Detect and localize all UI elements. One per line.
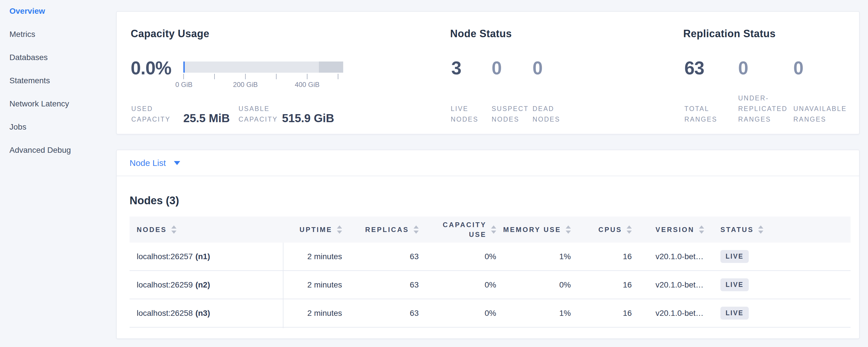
cluster-summary-card: Capacity Usage 0.0% 0 GiB 200 GiB 400 Gi… (116, 11, 860, 134)
dead-nodes-count: 0 (532, 58, 542, 79)
axis-tick (183, 74, 184, 79)
status-badge: LIVE (720, 307, 749, 319)
sort-icon (337, 225, 342, 234)
sort-icon (627, 225, 632, 234)
node-address: localhost:26258 (137, 309, 193, 318)
uptime-cell: 2 minutes (283, 309, 342, 318)
column-header-label: NODES (137, 225, 167, 234)
sidebar-item-databases[interactable]: Databases (9, 53, 113, 62)
column-header-cpus[interactable]: CPUS (571, 217, 632, 243)
cpus-cell: 16 (571, 309, 632, 318)
column-header-label: VERSION (655, 225, 694, 234)
memory-use-cell: 1% (496, 252, 571, 261)
memory-use-cell: 0% (496, 280, 571, 289)
sidebar-item-metrics[interactable]: Metrics (9, 30, 113, 39)
node-list-view-selector-label: Node List (129, 158, 166, 168)
column-header-version[interactable]: VERSION (632, 217, 720, 243)
table-row-node-1[interactable]: localhost:26257 (n1) 2 minutes 63 0% 1% … (129, 243, 850, 271)
sidebar-item-advanced-debug[interactable]: Advanced Debug (9, 146, 113, 155)
node-id: (n3) (195, 309, 210, 318)
unavailable-ranges-count: 0 (793, 58, 803, 79)
table-row-node-3[interactable]: localhost:26258 (n3) 2 minutes 63 0% 1% … (129, 299, 850, 327)
node-address: localhost:26259 (137, 280, 193, 289)
usable-capacity-label: USABLE CAPACITY (239, 103, 286, 125)
admin-ui-overview-page: Overview Metrics Databases Statements Ne… (0, 0, 868, 347)
capacity-use-cell: 0% (419, 252, 496, 261)
used-capacity-label: USED CAPACITY (131, 103, 179, 125)
version-cell: v20.1.0-bet… (632, 280, 720, 289)
sort-icon (413, 225, 419, 234)
axis-tick-label: 200 GiB (233, 81, 258, 89)
axis-tick (307, 74, 307, 79)
column-header-replicas[interactable]: REPLICAS (342, 217, 419, 243)
sidebar-item-jobs[interactable]: Jobs (9, 123, 113, 131)
status-badge: LIVE (720, 278, 749, 291)
nodes-column-divider (283, 243, 283, 328)
column-header-status[interactable]: STATUS (720, 217, 850, 243)
column-header-label: CPUS (598, 225, 622, 234)
column-header-label: CAPACITY USE (438, 220, 487, 240)
nodes-table: NODES UPTIME REPLICAS CAPACITY USE MEMOR… (129, 217, 850, 327)
nodes-count-heading: Nodes (3) (129, 194, 179, 207)
memory-use-cell: 1% (496, 309, 571, 318)
live-nodes-count: 3 (451, 58, 461, 79)
column-header-nodes[interactable]: NODES (129, 217, 283, 243)
node-list-view-selector[interactable]: Node List (117, 150, 859, 176)
suspect-nodes-count: 0 (492, 58, 502, 79)
dead-nodes-label: DEAD NODES (532, 103, 565, 125)
sidebar-item-overview[interactable]: Overview (9, 7, 113, 15)
replicas-cell: 63 (342, 252, 419, 261)
node-address-cell[interactable]: localhost:26258 (n3) (129, 309, 283, 318)
sidebar-item-network-latency[interactable]: Network Latency (9, 99, 113, 108)
cpus-cell: 16 (571, 252, 632, 261)
sidebar-nav: Overview Metrics Databases Statements Ne… (9, 7, 113, 169)
live-nodes-label: LIVE NODES (451, 103, 484, 125)
column-header-uptime[interactable]: UPTIME (283, 217, 342, 243)
table-row-node-2[interactable]: localhost:26259 (n2) 2 minutes 63 0% 0% … (129, 271, 850, 299)
nodes-table-header: NODES UPTIME REPLICAS CAPACITY USE MEMOR… (129, 217, 850, 243)
column-header-label: UPTIME (300, 225, 332, 234)
version-cell: v20.1.0-bet… (632, 309, 720, 318)
node-status-title: Node Status (450, 28, 512, 40)
axis-tick (338, 74, 338, 79)
axis-tick-label: 0 GiB (175, 81, 192, 89)
capacity-bar-track (183, 62, 343, 73)
status-cell: LIVE (720, 278, 850, 291)
node-address-cell[interactable]: localhost:26257 (n1) (129, 252, 283, 261)
capacity-bar-used-segment (183, 62, 185, 73)
axis-tick (214, 74, 215, 79)
cpus-cell: 16 (571, 280, 632, 289)
sort-icon (491, 225, 496, 234)
capacity-bar-remainder-segment (319, 62, 343, 73)
sort-icon (758, 225, 763, 234)
under-replicated-ranges-label: UNDER-REPLICATED RANGES (738, 93, 799, 125)
axis-tick-label: 400 GiB (295, 81, 320, 89)
sidebar-item-statements[interactable]: Statements (9, 76, 113, 85)
status-badge: LIVE (720, 250, 749, 263)
node-list-card: Node List Nodes (3) NODES UPTIME REPLICA… (116, 150, 860, 339)
capacity-use-cell: 0% (419, 309, 496, 318)
chevron-down-icon (174, 161, 180, 165)
total-ranges-label: TOTAL RANGES (684, 103, 723, 125)
node-id: (n2) (195, 280, 210, 289)
unavailable-ranges-label: UNAVAILABLE RANGES (793, 103, 862, 125)
column-header-capacity-use[interactable]: CAPACITY USE (419, 217, 496, 243)
under-replicated-ranges-count: 0 (738, 58, 748, 79)
capacity-usage-bar: 0 GiB 200 GiB 400 GiB (183, 62, 343, 99)
node-address-cell[interactable]: localhost:26259 (n2) (129, 280, 283, 289)
total-ranges-count: 63 (684, 58, 704, 79)
sort-icon (171, 225, 177, 234)
status-cell: LIVE (720, 250, 850, 263)
usable-capacity-value: 515.9 GiB (282, 112, 334, 125)
replicas-cell: 63 (342, 280, 419, 289)
version-cell: v20.1.0-bet… (632, 252, 720, 261)
sort-icon (699, 225, 704, 234)
axis-tick (245, 74, 246, 79)
column-header-label: STATUS (720, 225, 753, 234)
status-cell: LIVE (720, 307, 850, 319)
column-header-memory-use[interactable]: MEMORY USE (496, 217, 571, 243)
node-address: localhost:26257 (137, 252, 193, 261)
uptime-cell: 2 minutes (283, 280, 342, 289)
axis-tick (276, 74, 277, 79)
capacity-used-percent: 0.0% (131, 58, 171, 79)
